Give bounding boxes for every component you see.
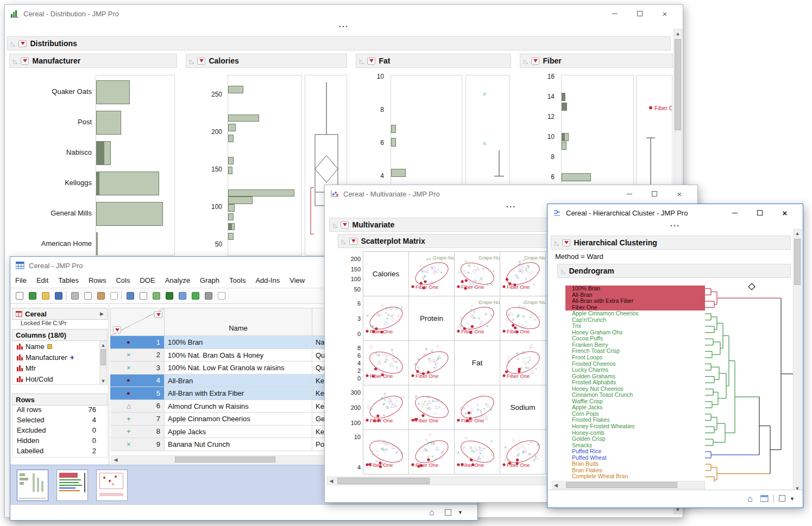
rows-panel-header[interactable]: Rows: [12, 394, 108, 405]
maximize-button[interactable]: [627, 6, 652, 21]
matrix-scatter-cell[interactable]: ×+△◇×+×+△◇×+×+△◇×+×+Fiber One: [408, 429, 455, 474]
table-note-clipped[interactable]: Locked File C:\Pr: [12, 320, 108, 327]
journal-icon[interactable]: [137, 290, 149, 302]
bar[interactable]: [96, 111, 121, 135]
cell-name[interactable]: Apple Cinnamon Cheerios: [165, 413, 312, 426]
table-panel-header[interactable]: Cereal ▶: [12, 308, 108, 320]
collapse-icon[interactable]: ◺: [342, 238, 346, 244]
menu-dropdown-icon[interactable]: ▼: [458, 510, 463, 515]
dendrogram-leaf[interactable]: Waffle Crisp: [565, 398, 705, 405]
dendrogram-leaf[interactable]: Frosted Alphabits: [565, 379, 705, 386]
matrix-scatter-cell[interactable]: ×+△◇×+×+△◇×+×+△◇×+×+Fiber One: [454, 429, 500, 474]
bar[interactable]: [96, 172, 159, 195]
row-header-cell[interactable]: ×3: [110, 362, 165, 375]
cell-name[interactable]: 100% Bran: [165, 336, 312, 349]
maximize-button[interactable]: [747, 205, 772, 220]
collapse-icon[interactable]: ◺: [524, 58, 528, 64]
matrix-diagonal-cell[interactable]: Sodium: [500, 385, 546, 430]
print-preview-icon[interactable]: [124, 290, 136, 302]
dendrogram-leaf[interactable]: Lucky Charms: [565, 367, 705, 373]
dendrogram-leaf[interactable]: Frosted Flakes: [565, 417, 705, 423]
grid-corner-cell[interactable]: [110, 308, 165, 336]
red-triangle-menu-icon[interactable]: [531, 58, 539, 65]
histogram-bar[interactable]: [228, 189, 294, 197]
window-grip[interactable]: ...: [547, 221, 803, 229]
rows-stat-labelled[interactable]: Labelled2: [12, 447, 107, 457]
bar[interactable]: [96, 232, 98, 256]
scrollbar-thumb[interactable]: [337, 478, 430, 484]
dendrogram-tree[interactable]: [705, 280, 798, 482]
minimize-button[interactable]: [602, 6, 627, 21]
scroll-up-icon[interactable]: ▲: [100, 342, 106, 348]
windows-icon[interactable]: [760, 495, 769, 502]
dendrogram-leaf[interactable]: Bran Buds: [565, 461, 705, 467]
rows-stat-all-rows[interactable]: All rows76: [12, 405, 107, 416]
dendrogram-leaf[interactable]: Frosted Cheerios: [565, 361, 705, 367]
new-data-table-icon[interactable]: [14, 290, 26, 302]
journal-thumbnail-scatter[interactable]: [96, 470, 128, 501]
scrollbar-thumb[interactable]: [175, 457, 275, 462]
multivariate-titlebar[interactable]: Cereal - Multivariate - JMP Pro ×: [325, 185, 697, 202]
dendrogram-leaf[interactable]: Smacks: [565, 442, 705, 449]
dendrogram-leaf[interactable]: Apple Jacks: [565, 404, 705, 411]
paste-options-icon[interactable]: [108, 290, 120, 302]
scroll-left-icon[interactable]: ◀: [552, 481, 559, 489]
histogram-bar[interactable]: [228, 135, 234, 142]
dendrogram-leaf[interactable]: 100% Bran: [565, 286, 705, 292]
dendrogram-leaf[interactable]: All-Bran with Extra Fiber: [565, 298, 705, 305]
dendrogram-leaf[interactable]: Apple Cinnamon Cheerios: [565, 310, 705, 317]
home-icon[interactable]: ⌂: [429, 508, 435, 517]
cell-name[interactable]: All-Bran with Extra Fiber: [165, 387, 312, 400]
dendrogram-leaf[interactable]: French Toast Crisp: [565, 348, 705, 354]
menu-edit[interactable]: Edit: [32, 274, 53, 287]
dendrogram-leaf[interactable]: Honey Nut Cheerios: [565, 386, 705, 392]
red-triangle-menu-icon[interactable]: [349, 238, 357, 245]
histogram-bar-selected[interactable]: [562, 103, 567, 110]
rows-menu-icon[interactable]: [113, 326, 121, 333]
cell-name[interactable]: Almond Crunch w Raisins: [165, 400, 312, 413]
matrix-diagonal-cell[interactable]: Fat: [454, 340, 500, 385]
scrollbar-thumb[interactable]: [794, 239, 801, 285]
dendrogram-leaf[interactable]: All-Bran: [565, 292, 705, 299]
histogram-bar[interactable]: [228, 213, 234, 221]
matrix-scatter-cell[interactable]: ×+△◇×+×+△◇×+×+△◇×+×+Grape-NutsFiber One: [408, 251, 455, 296]
collapse-icon[interactable]: ◺: [555, 240, 559, 246]
menu-cols[interactable]: Cols: [111, 274, 135, 287]
matrix-scatter-cell[interactable]: ×+△◇×+×+△◇×+×+△◇×+×+Fiber One: [454, 385, 500, 430]
scroll-left-icon[interactable]: ◀: [112, 456, 119, 463]
menu-graph[interactable]: Graph: [195, 274, 224, 287]
histogram-bar[interactable]: [391, 169, 406, 177]
row-header-cell[interactable]: ●4: [110, 375, 165, 388]
matrix-scatter-cell[interactable]: ×+△◇×+×+△◇×+×+△◇×+×+Fiber One: [408, 340, 455, 385]
histogram-bar[interactable]: [228, 86, 243, 93]
cell-name[interactable]: 100% Nat. Bran Oats & Honey: [165, 349, 312, 362]
matrix-scatter-cell[interactable]: ×+△◇×+×+△◇×+×+△◇×+×+Fiber One: [363, 296, 409, 341]
menu-file[interactable]: File: [10, 274, 32, 287]
menu-rows[interactable]: Rows: [84, 274, 111, 287]
outline-dendrogram[interactable]: ◺ Dendrogram: [557, 264, 791, 278]
dendrogram-leaf[interactable]: Fiber One: [565, 305, 705, 311]
dendrogram-leaf[interactable]: Froot Loops: [565, 354, 705, 361]
menu-tables[interactable]: Tables: [53, 274, 84, 287]
scrollbar-thumb[interactable]: [675, 39, 681, 130]
histogram-bar[interactable]: [228, 115, 259, 122]
matrix-scatter-cell[interactable]: ×+△◇×+×+△◇×+×+△◇×+×+Fiber One: [363, 385, 409, 430]
histogram-bar[interactable]: [228, 204, 235, 212]
bar[interactable]: [96, 80, 130, 104]
collapse-icon[interactable]: ◺: [561, 268, 565, 274]
bar-selected-portion[interactable]: [97, 142, 104, 164]
window-grip[interactable]: ...: [5, 22, 683, 30]
panel-expand-icon[interactable]: ▶: [100, 311, 104, 316]
collapse-icon[interactable]: ◺: [190, 58, 194, 64]
row-header-cell[interactable]: +8: [110, 426, 165, 439]
columns-scrollbar[interactable]: ▲ ▼: [99, 341, 107, 385]
paste-icon[interactable]: [95, 290, 107, 302]
histogram-bar[interactable]: [228, 157, 234, 164]
calories-histogram[interactable]: [228, 75, 302, 256]
histogram-bar[interactable]: [228, 167, 232, 174]
column-item-name[interactable]: Name: [12, 341, 107, 352]
copy-icon[interactable]: [82, 290, 94, 302]
matrix-diagonal-cell[interactable]: Protein: [408, 296, 455, 341]
menu-analyze[interactable]: Analyze: [160, 274, 195, 287]
row-header-cell[interactable]: △6: [110, 400, 165, 413]
